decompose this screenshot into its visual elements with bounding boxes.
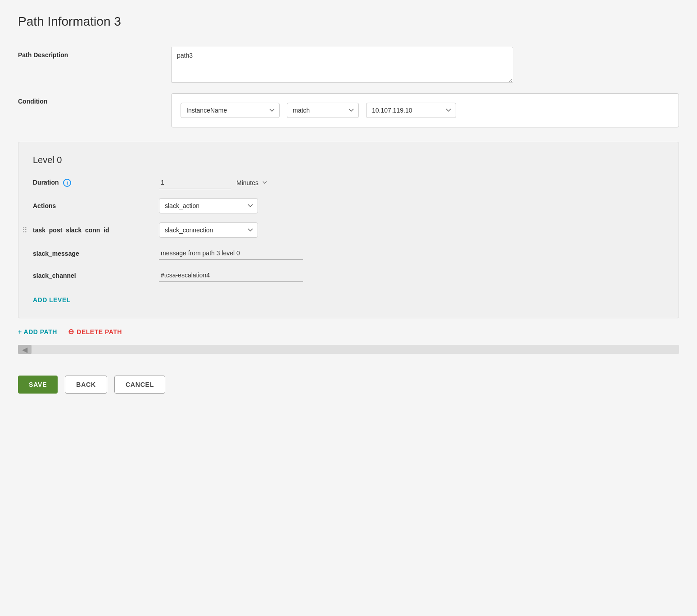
delete-icon: ⊖ xyxy=(68,327,74,336)
condition-operator-select[interactable]: match xyxy=(287,103,359,118)
duration-unit-select[interactable]: Minutes Hours Days xyxy=(236,179,268,186)
cancel-button[interactable]: CANCEL xyxy=(114,376,165,394)
condition-label: Condition xyxy=(18,93,171,105)
delete-path-button[interactable]: ⊖ DELETE PATH xyxy=(68,327,122,336)
page-title: Path Information 3 xyxy=(18,14,679,29)
drag-handle[interactable]: ⠿ xyxy=(22,226,27,235)
path-description-label: Path Description xyxy=(18,47,171,59)
actions-select[interactable]: slack_action xyxy=(159,198,258,213)
path-description-input[interactable]: path3 xyxy=(171,47,513,83)
duration-label: Duration i xyxy=(33,179,159,187)
condition-instance-name-select[interactable]: InstanceName xyxy=(181,103,280,118)
save-button[interactable]: SAVE xyxy=(18,376,58,394)
slack-message-label: slack_message xyxy=(33,250,159,257)
scroll-thumb: ◀ xyxy=(18,345,32,354)
horizontal-scrollbar[interactable]: ◀ xyxy=(18,345,679,354)
actions-label: Actions xyxy=(33,202,159,209)
duration-info-icon[interactable]: i xyxy=(63,179,71,187)
slack-channel-label: slack_channel xyxy=(33,272,159,279)
back-button[interactable]: BACK xyxy=(65,376,107,394)
task-post-slack-conn-id-label: task_post_slack_conn_id xyxy=(33,226,159,234)
duration-input[interactable] xyxy=(159,176,231,189)
condition-ip-select[interactable]: 10.107.119.10 xyxy=(366,103,456,118)
level-title: Level 0 xyxy=(33,155,664,165)
conn-id-select[interactable]: slack_connection xyxy=(159,222,258,238)
add-path-button[interactable]: + ADD PATH xyxy=(18,328,57,335)
slack-channel-input[interactable] xyxy=(159,269,303,282)
slack-message-input[interactable] xyxy=(159,247,303,260)
add-level-button[interactable]: ADD LEVEL xyxy=(33,294,71,305)
